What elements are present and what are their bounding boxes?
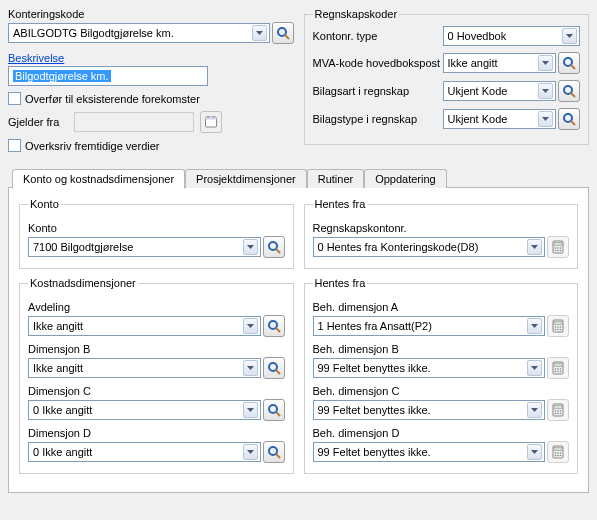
chevron-down-icon (538, 111, 553, 127)
dimd-label: Dimensjon D (28, 427, 285, 439)
behd-combo[interactable]: 99 Feltet benyttes ikke. (313, 442, 546, 462)
mva-search-button[interactable] (558, 52, 580, 74)
konteringskode-search-button[interactable] (272, 22, 294, 44)
dimb-combo[interactable]: Ikke angitt (28, 358, 261, 378)
overskriv-checkbox[interactable] (8, 139, 21, 152)
behc-calc-button[interactable] (547, 399, 569, 421)
beskrivelse-value: Bilgodtgjørelse km. (13, 70, 111, 82)
regnskapskoder-group: Regnskapskoder Kontonr. type 0 Hovedbok … (304, 8, 590, 145)
dimc-combo[interactable]: 0 Ikke angitt (28, 400, 261, 420)
kontonr-type-combo[interactable]: 0 Hovedbok (443, 26, 581, 46)
konteringskode-combo[interactable]: ABILGODTG Bilgodtgjørelse km. (8, 23, 270, 43)
behc-combo[interactable]: 99 Feltet benyttes ikke. (313, 400, 546, 420)
chevron-down-icon (243, 444, 258, 460)
hentes-fra-bottom-group: Hentes fra Beh. dimensjon A 1 Hentes fra… (304, 277, 579, 474)
chevron-down-icon (527, 402, 542, 418)
chevron-down-icon (243, 318, 258, 334)
konto-value: 7100 Bilgodtgjørelse (33, 241, 133, 253)
beskrivelse-input[interactable]: Bilgodtgjørelse km. (8, 66, 208, 86)
search-icon (562, 84, 576, 98)
dimb-search-button[interactable] (263, 357, 285, 379)
mva-value: Ikke angitt (448, 57, 498, 69)
behd-calc-button[interactable] (547, 441, 569, 463)
search-icon (267, 361, 281, 375)
dimd-combo[interactable]: 0 Ikke angitt (28, 442, 261, 462)
dimb-value: Ikke angitt (33, 362, 83, 374)
bilagstype-value: Ukjent Kode (448, 113, 508, 125)
bilagsart-value: Ukjent Kode (448, 85, 508, 97)
search-icon (267, 319, 281, 333)
bilagstype-search-button[interactable] (558, 108, 580, 130)
gjelder-fra-calendar-button[interactable] (200, 111, 222, 133)
tab-strip: Konto og kostnadsdimensjoner Prosjektdim… (8, 168, 589, 188)
search-icon (562, 56, 576, 70)
calculator-icon (551, 403, 565, 417)
hentes-bottom-legend: Hentes fra (313, 277, 368, 289)
behb-combo[interactable]: 99 Feltet benyttes ikke. (313, 358, 546, 378)
behb-value: 99 Feltet benyttes ikke. (318, 362, 431, 374)
hentes-fra-top-group: Hentes fra Regnskapskontonr. 0 Hentes fr… (304, 198, 579, 269)
chevron-down-icon (562, 28, 577, 44)
beha-calc-button[interactable] (547, 315, 569, 337)
tab-konto-kostnad[interactable]: Konto og kostnadsdimensjoner (12, 169, 185, 189)
chevron-down-icon (538, 83, 553, 99)
mva-label: MVA-kode hovedbokspost (313, 57, 443, 69)
behd-value: 99 Feltet benyttes ikke. (318, 446, 431, 458)
dimd-search-button[interactable] (263, 441, 285, 463)
behb-calc-button[interactable] (547, 357, 569, 379)
gjelder-fra-label: Gjelder fra (8, 116, 68, 128)
behc-label: Beh. dimensjon C (313, 385, 570, 397)
konteringskode-label: Konteringskode (8, 8, 294, 20)
tab-oppdatering[interactable]: Oppdatering (364, 169, 447, 188)
behb-label: Beh. dimensjon B (313, 343, 570, 355)
konteringskode-value: ABILGODTG Bilgodtgjørelse km. (13, 27, 174, 39)
beha-label: Beh. dimensjon A (313, 301, 570, 313)
regnskapskontonr-value: 0 Hentes fra Konteringskode(D8) (318, 241, 479, 253)
dimc-value: 0 Ikke angitt (33, 404, 92, 416)
chevron-down-icon (527, 360, 542, 376)
beha-value: 1 Hentes fra Ansatt(P2) (318, 320, 432, 332)
konto-search-button[interactable] (263, 236, 285, 258)
regnskapskoder-legend: Regnskapskoder (313, 8, 400, 20)
overskriv-label: Overksriv fremtidige verdier (25, 140, 159, 152)
konto-combo[interactable]: 7100 Bilgodtgjørelse (28, 237, 261, 257)
dimc-label: Dimensjon C (28, 385, 285, 397)
regnskapskontonr-calc-button[interactable] (547, 236, 569, 258)
chevron-down-icon (527, 318, 542, 334)
avdeling-search-button[interactable] (263, 315, 285, 337)
dimc-search-button[interactable] (263, 399, 285, 421)
chevron-down-icon (527, 444, 542, 460)
gjelder-fra-input[interactable] (74, 112, 194, 132)
beha-combo[interactable]: 1 Hentes fra Ansatt(P2) (313, 316, 546, 336)
bilagsart-combo[interactable]: Ukjent Kode (443, 81, 557, 101)
bilagsart-label: Bilagsart i regnskap (313, 85, 443, 97)
regnskapskontonr-combo[interactable]: 0 Hentes fra Konteringskode(D8) (313, 237, 546, 257)
konto-group: Konto Konto 7100 Bilgodtgjørelse (19, 198, 294, 269)
avdeling-value: Ikke angitt (33, 320, 83, 332)
search-icon (562, 112, 576, 126)
kostnadsdimensjoner-group: Kostnadsdimensjoner Avdeling Ikke angitt… (19, 277, 294, 474)
regnskapskontonr-label: Regnskapskontonr. (313, 222, 570, 234)
mva-combo[interactable]: Ikke angitt (443, 53, 557, 73)
bilagstype-label: Bilagstype i regnskap (313, 113, 443, 125)
beskrivelse-label[interactable]: Beskrivelse (8, 52, 294, 64)
konto-label: Konto (28, 222, 285, 234)
konto-legend: Konto (28, 198, 61, 210)
kontonr-type-value: 0 Hovedbok (448, 30, 507, 42)
chevron-down-icon (243, 239, 258, 255)
dimd-value: 0 Ikke angitt (33, 446, 92, 458)
tab-rutiner[interactable]: Rutiner (307, 169, 364, 188)
bilagsart-search-button[interactable] (558, 80, 580, 102)
tab-prosjektdimensjoner[interactable]: Prosjektdimensjoner (185, 169, 307, 188)
kontonr-type-label: Kontonr. type (313, 30, 443, 42)
calculator-icon (551, 445, 565, 459)
overfor-checkbox[interactable] (8, 92, 21, 105)
bilagstype-combo[interactable]: Ukjent Kode (443, 109, 557, 129)
chevron-down-icon (527, 239, 542, 255)
search-icon (267, 403, 281, 417)
calculator-icon (551, 361, 565, 375)
avdeling-label: Avdeling (28, 301, 285, 313)
kostnad-legend: Kostnadsdimensjoner (28, 277, 138, 289)
chevron-down-icon (538, 55, 553, 71)
avdeling-combo[interactable]: Ikke angitt (28, 316, 261, 336)
